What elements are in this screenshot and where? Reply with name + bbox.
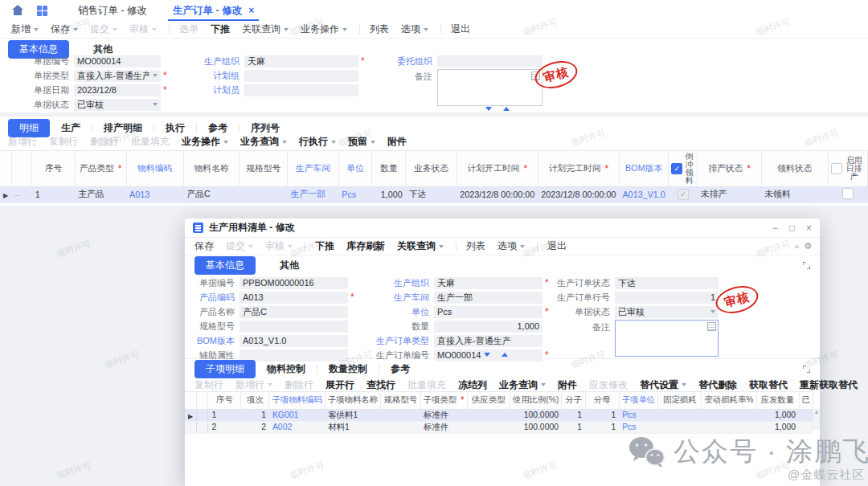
main-new-button[interactable]: 新增 (11, 22, 39, 36)
sub-grid-col-numerator[interactable]: 分子 (562, 392, 585, 409)
order-grid-col-seq[interactable]: 序号 (32, 151, 75, 186)
modal-sub-freeze-column-button[interactable]: 冻结列 (458, 378, 487, 392)
sub-grid-col-sub-item-type[interactable]: 子项类型* (420, 392, 467, 409)
order-grid-cell-seq[interactable]: 1 (32, 186, 75, 202)
main-business-operation-button[interactable]: 业务操作 (301, 22, 347, 36)
sub-grid-col-item-no[interactable]: 项次 (241, 392, 269, 409)
row-indicator-cell[interactable] (197, 409, 208, 421)
modal-form-product-code-field[interactable]: A013 (240, 292, 348, 304)
modal-list-button[interactable]: 列表 (466, 239, 485, 253)
order-grid-cell-workshop[interactable]: 生产一部 (288, 186, 339, 202)
row-expander-cell[interactable]: ▶ (185, 409, 197, 421)
gear-icon[interactable]: ⚙ (804, 241, 812, 251)
collapse-up-icon[interactable] (502, 353, 508, 357)
modal-form-workshop-label[interactable]: 生产车间 (360, 292, 434, 304)
sub-grid-cell-sub-unit[interactable]: Pcs (619, 421, 658, 433)
minimize-icon[interactable]: − (772, 223, 778, 233)
sub-grid-cell-more[interactable] (799, 409, 813, 421)
sub-grid-cell-usage-ratio[interactable]: 100.0000 (510, 421, 562, 433)
fullscreen-icon[interactable] (803, 366, 810, 373)
modal-form-bill-status-field[interactable]: 已审核 (615, 306, 719, 318)
modal-form-bill-no-field[interactable]: PPBOM00000016 (240, 277, 348, 289)
modal-form-product-code-label[interactable]: 产品编码 (186, 292, 240, 304)
tab-qty-control[interactable]: 数量控制 (317, 360, 379, 378)
order-grid-col-qty[interactable]: 数量 (372, 151, 406, 186)
sub-grid-cell-spec-model[interactable] (381, 409, 420, 421)
backflush-picking-checkbox[interactable]: ✓ (678, 189, 689, 200)
form-plan-group-label[interactable]: 计划组 (178, 70, 244, 82)
tab-production-order[interactable]: 生产订单 - 修改× (160, 0, 267, 21)
modal-form-product-name-field[interactable]: 产品C (240, 306, 348, 318)
modal-sub-attachment-button[interactable]: 附件 (558, 378, 577, 392)
sub-grid-cell-supply-type[interactable] (467, 409, 510, 421)
modal-push-down-button[interactable]: 下推 (315, 239, 334, 253)
sub-grid-cell-denominator[interactable]: 1 (585, 421, 619, 433)
detail-row-execute-button[interactable]: 行执行 (299, 135, 336, 149)
order-grid-cell-unit[interactable]: Pcs (338, 186, 372, 202)
sub-grid-col-sub-material-name[interactable]: 子项物料名称 (325, 392, 380, 409)
order-grid-cell-backflush-picking[interactable]: ✓ (669, 186, 698, 202)
tab-other[interactable]: 其他 (268, 256, 310, 275)
sub-grid-cell-fixed-loss[interactable] (658, 421, 702, 433)
order-grid-col-spec-model[interactable]: 规格型号 (240, 151, 288, 186)
order-grid-cell-plan-start-time[interactable]: 2023/12/8 00:00:00 (457, 186, 538, 202)
form-bill-status-field[interactable]: 已审核 (74, 99, 161, 111)
row-expander-icon[interactable]: ▶ (3, 192, 8, 199)
sub-grid-cell-qty-should-issue[interactable]: 1,000 (756, 409, 799, 421)
order-grid-cell-bom-version[interactable]: A013_V1.0 (619, 186, 668, 202)
modal-form-prod-org-field[interactable]: 天麻 (434, 277, 542, 289)
modal-form-collapse-control[interactable] (484, 353, 508, 357)
apps-grid-icon[interactable] (37, 6, 47, 16)
sub-grid-col-sub-unit[interactable]: 子项单位 (619, 392, 658, 409)
sub-grid-col-spec-model[interactable]: 规格型号 (381, 392, 420, 409)
sub-grid-cell-sub-material-code[interactable]: KG001 (269, 409, 325, 421)
order-grid-cell-picking-status[interactable]: 未领料 (761, 186, 828, 202)
sub-grid-col-fixed-loss[interactable]: 固定损耗 (658, 392, 702, 409)
modal-form-bom-version-field[interactable]: A013_V1.0 (240, 335, 348, 347)
menu-icon[interactable]: ≡ (795, 243, 799, 251)
detail-reserve-button[interactable]: 预留 (348, 135, 375, 149)
form-bill-type-field[interactable]: 直接入库-普通生产 (74, 70, 161, 82)
modal-exit-button[interactable]: 退出 (547, 239, 567, 253)
modal-form-qty-field[interactable]: 1,000 (434, 321, 542, 333)
sub-grid-cell-item-no[interactable]: 1 (241, 409, 269, 421)
order-grid-col-material-code[interactable]: 物料编码 (126, 151, 183, 186)
order-grid-col-unit[interactable]: 单位 (338, 151, 372, 186)
form-entrust-org-field[interactable] (437, 55, 542, 67)
modal-options-button[interactable]: 选项 (497, 239, 525, 253)
sub-unit-value[interactable]: Pcs (622, 410, 636, 419)
modal-form-mo-status-field[interactable]: 下达 (615, 277, 719, 289)
modal-form-spec-model-field[interactable] (240, 321, 348, 333)
form-plan-group-field[interactable] (244, 70, 358, 82)
main-push-down-button[interactable]: 下推 (211, 22, 230, 36)
form-bill-date-field[interactable]: 2023/12/8 (74, 84, 161, 96)
modal-sub-get-substitute-button[interactable]: 获取替代 (749, 378, 788, 392)
daily-schedule-header-checkbox[interactable] (831, 163, 842, 174)
order-grid-cell-material-name[interactable]: 产品C (183, 186, 239, 202)
bom-version-value[interactable]: A013_V1.0 (622, 190, 665, 199)
collapse-up-icon[interactable] (503, 107, 510, 111)
modal-sub-re-get-substitute-button[interactable]: 重新获取替代 (800, 378, 858, 392)
material-code-value[interactable]: A013 (129, 190, 149, 199)
modal-form-prod-org-label[interactable]: 生产组织 (360, 277, 434, 289)
sub-grid-cell-fixed-loss[interactable] (658, 409, 702, 421)
sub-grid-cell-more[interactable] (799, 421, 813, 433)
detail-business-operation-button[interactable]: 业务操作 (182, 135, 228, 149)
scroll-up-icon[interactable]: ▲ (814, 408, 820, 415)
sub-grid-col-sub-material-code[interactable]: 子项物料编码 (269, 392, 325, 409)
sub-grid-cell-usage-ratio[interactable]: 100.0000 (510, 409, 562, 421)
form-planner-label[interactable]: 计划员 (178, 84, 244, 96)
collapse-down-icon[interactable] (484, 353, 490, 357)
detail-attachment-button[interactable]: 附件 (387, 135, 407, 149)
sub-grid-cell-spec-model[interactable] (381, 421, 420, 433)
form-planner-field[interactable] (244, 84, 358, 96)
order-grid-col-workshop[interactable]: 生产车间 (288, 151, 339, 186)
order-grid-col-material-name[interactable]: 物料名称 (183, 151, 239, 186)
modal-form-mo-type-label[interactable]: 生产订单类型 (360, 335, 434, 347)
unit-value[interactable]: Pcs (342, 190, 356, 199)
tab-sub-item-detail[interactable]: 子项明细 (194, 360, 256, 378)
maximize-icon[interactable]: □ (789, 223, 795, 233)
sub-grid-col-usage-ratio[interactable]: 使用比例(%) (510, 392, 562, 409)
form-prod-org-label[interactable]: 生产组织 (178, 55, 244, 67)
sub-grid-cell-qty-should-issue[interactable]: 1,000 (756, 421, 799, 433)
